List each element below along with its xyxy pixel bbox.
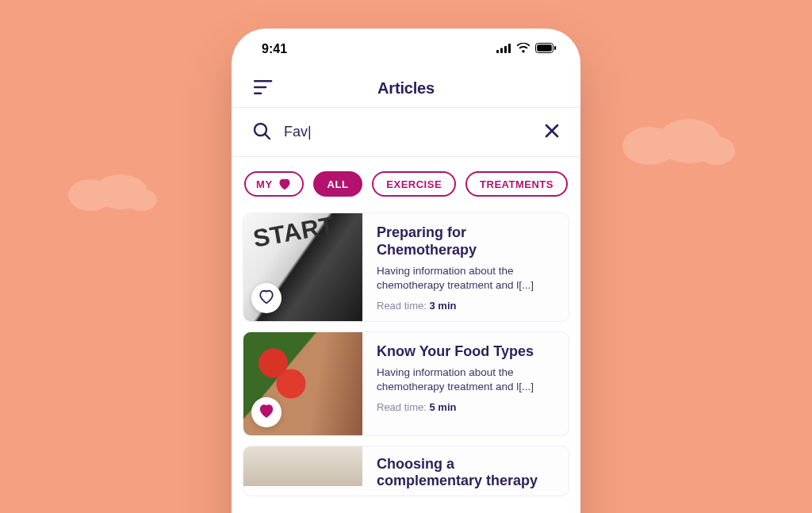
- cloud-decoration: [63, 167, 159, 211]
- filter-chip-my-favorites[interactable]: MY: [244, 171, 304, 197]
- filter-chips: MY ALL EXERCISE TREATMENTS: [232, 157, 580, 212]
- article-thumbnail: [243, 446, 362, 486]
- filter-chip-exercise[interactable]: EXERCISE: [372, 171, 456, 197]
- menu-icon: [254, 80, 273, 98]
- status-bar: 9:41: [232, 29, 580, 70]
- header: Articles: [232, 70, 580, 108]
- filter-chip-label: ALL: [327, 179, 349, 190]
- article-body: Know Your Food Types Having information …: [362, 332, 569, 435]
- filter-chip-all[interactable]: ALL: [313, 171, 363, 197]
- svg-rect-8: [504, 46, 507, 53]
- search-input[interactable]: [284, 124, 531, 140]
- clear-search-button[interactable]: [544, 123, 560, 142]
- close-icon: [544, 123, 560, 142]
- status-icons: [496, 42, 557, 56]
- svg-point-2: [125, 189, 157, 211]
- article-excerpt: Having information about the chemotherap…: [377, 366, 557, 394]
- article-excerpt: Having information about the chemotherap…: [377, 264, 557, 293]
- menu-button[interactable]: [251, 76, 276, 101]
- article-title: Know Your Food Types: [377, 343, 557, 361]
- svg-rect-9: [508, 44, 511, 53]
- search-icon: [252, 121, 271, 144]
- article-thumbnail: [243, 213, 362, 321]
- cloud-decoration: [618, 111, 737, 167]
- filter-chip-label: EXERCISE: [386, 179, 442, 190]
- read-time: Read time: 5 min: [377, 401, 557, 413]
- phone-frame: 9:41 Articles: [232, 29, 580, 513]
- cellular-icon: [496, 42, 511, 56]
- article-card[interactable]: Preparing for Chemotherapy Having inform…: [243, 212, 569, 322]
- article-title: Choosing a complementary therapy: [377, 456, 557, 490]
- article-card[interactable]: Choosing a complementary therapy: [243, 446, 569, 496]
- filter-chip-label: TREATMENTS: [480, 179, 553, 190]
- heart-filled-icon: [258, 403, 275, 422]
- search-bar: [232, 108, 580, 157]
- heart-outline-icon: [258, 289, 275, 308]
- wifi-icon: [516, 42, 530, 56]
- status-time: 9:41: [262, 42, 287, 56]
- svg-rect-7: [500, 48, 503, 54]
- svg-line-17: [265, 134, 270, 139]
- svg-rect-11: [537, 44, 552, 52]
- article-title: Preparing for Chemotherapy: [377, 224, 557, 258]
- battery-icon: [535, 42, 557, 56]
- favorite-button[interactable]: [251, 283, 282, 313]
- svg-point-5: [697, 136, 735, 165]
- filter-chip-treatments[interactable]: TREATMENTS: [465, 171, 568, 197]
- article-card[interactable]: Know Your Food Types Having information …: [243, 331, 569, 436]
- article-body: Preparing for Chemotherapy Having inform…: [362, 213, 569, 321]
- page-title: Articles: [377, 79, 435, 98]
- svg-rect-12: [554, 46, 556, 50]
- article-body: Choosing a complementary therapy: [362, 446, 569, 496]
- read-time: Read time: 3 min: [377, 300, 557, 312]
- favorite-button[interactable]: [251, 397, 282, 427]
- svg-rect-6: [496, 50, 499, 53]
- filter-chip-label: MY: [256, 179, 273, 190]
- article-thumbnail: [243, 332, 362, 435]
- heart-icon: [278, 178, 292, 190]
- article-list: Preparing for Chemotherapy Having inform…: [232, 212, 580, 496]
